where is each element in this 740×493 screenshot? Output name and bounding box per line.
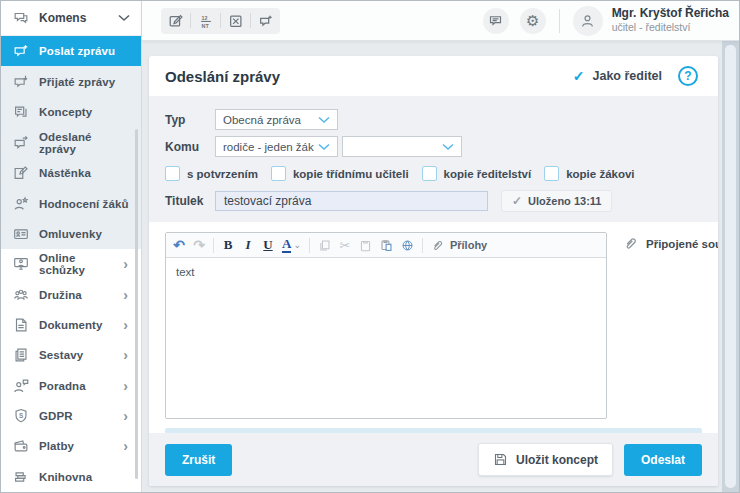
checkbox-box[interactable]: [544, 166, 559, 181]
send-button[interactable]: Odeslat: [624, 444, 702, 476]
sidebar-item-platby[interactable]: Platby ›: [1, 431, 141, 461]
books-icon: [12, 468, 30, 486]
redo-icon[interactable]: ↷: [193, 238, 205, 252]
chevron-right-icon: ›: [123, 348, 131, 362]
sidebar-item-prijate-zpravy[interactable]: Přijaté zprávy: [1, 66, 141, 97]
check-icon: ✓: [512, 194, 522, 208]
sidebar-item-dokumenty[interactable]: Dokumenty ›: [1, 310, 141, 340]
sidebar-item-online-schuzky[interactable]: Online schůzky ›: [1, 249, 141, 279]
italic-button[interactable]: I: [242, 237, 254, 253]
editor-toolbar: ↶ ↷ B I U A ⌄: [166, 233, 606, 258]
message-body-input[interactable]: text: [166, 258, 606, 418]
to-dropdown[interactable]: rodiče - jeden žák: [215, 136, 338, 157]
check-icon: ✓: [573, 68, 585, 84]
sidebar-item-odeslane-zpravy[interactable]: Odeslané zprávy: [1, 127, 141, 158]
absence-icon[interactable]: [221, 8, 250, 34]
title-input[interactable]: [215, 191, 488, 211]
settings-gear-icon[interactable]: ⚙: [520, 8, 546, 34]
sidebar-item-poradna[interactable]: Poradna ›: [1, 371, 141, 401]
page-title: Odeslání zprávy: [165, 68, 280, 85]
note-pencil-icon: [12, 164, 30, 182]
page-scrollbar-thumb[interactable]: [725, 45, 736, 488]
underline-button[interactable]: U: [262, 237, 274, 253]
topbar-divider: [559, 9, 560, 33]
checkbox-box[interactable]: [271, 166, 286, 181]
type-dropdown[interactable]: Obecná zpráva: [215, 109, 338, 130]
sidebar-item-label: Družina: [39, 289, 114, 301]
sidebar-item-knihovna[interactable]: Knihovna: [1, 462, 141, 492]
person-speech-icon: [12, 377, 30, 395]
compose-icon[interactable]: [161, 8, 190, 34]
link-globe-icon[interactable]: [401, 239, 414, 252]
toolbar-separator: [422, 238, 423, 253]
checkbox-box[interactable]: [422, 166, 437, 181]
checkbox-copy-class-teacher[interactable]: kopie třídnímu učiteli: [271, 166, 409, 181]
user-info[interactable]: Mgr. Kryštof Řeřicha učitel - ředitelstv…: [612, 6, 729, 34]
svg-text:NT: NT: [201, 22, 209, 28]
id-card-icon: [12, 225, 30, 243]
to-secondary-dropdown[interactable]: [342, 136, 462, 157]
bold-button[interactable]: B: [222, 237, 234, 253]
save-draft-button[interactable]: Uložit koncept: [478, 443, 613, 476]
user-name: Mgr. Kryštof Řeřicha: [612, 6, 729, 21]
chat-icon[interactable]: [483, 8, 509, 34]
app-window: Komens Poslat zprávu Přijaté zprávy: [0, 0, 740, 493]
attachments-button[interactable]: Přílohy: [431, 239, 487, 252]
paste-icon[interactable]: [359, 239, 372, 252]
svg-text:12: 12: [201, 14, 207, 20]
sidebar-item-gdpr[interactable]: S GDPR ›: [1, 401, 141, 431]
cut-icon[interactable]: ✂: [339, 239, 351, 252]
sidebar-item-hodnoceni-zaku[interactable]: Hodnocení žáků: [1, 188, 141, 219]
title-field-label: Titulek: [165, 194, 215, 208]
sidebar: Komens Poslat zprávu Přijaté zprávy: [1, 1, 142, 492]
chevron-down-icon: [118, 14, 130, 22]
sidebar-item-nastenka[interactable]: Nástěnka: [1, 158, 141, 189]
font-color-button[interactable]: A ⌄: [282, 237, 301, 253]
header-right: ✓ Jako ředitel ?: [573, 66, 698, 86]
to-label: Komu: [165, 140, 215, 154]
undo-icon[interactable]: ↶: [173, 238, 185, 252]
quick-actions-toolbar: 12NT: [161, 8, 280, 34]
floppy-disk-icon: [493, 452, 508, 467]
cancel-button[interactable]: Zrušit: [165, 444, 232, 476]
checkbox-copy-student[interactable]: kopie žákovi: [544, 166, 634, 181]
help-icon[interactable]: ?: [678, 66, 698, 86]
checkbox-confirmation[interactable]: s potvrzením: [165, 166, 258, 181]
sidebar-item-omluvenky[interactable]: Omluvenky: [1, 219, 141, 250]
sidebar-header-komens[interactable]: Komens: [1, 1, 141, 36]
monitor-person-icon: [12, 255, 30, 273]
user-avatar[interactable]: [573, 6, 603, 36]
rich-text-editor: ↶ ↷ B I U A ⌄: [165, 232, 607, 419]
user-role: učitel - ředitelství: [612, 21, 729, 34]
footer-right: Uložit koncept Odeslat: [478, 443, 702, 476]
person-star-icon: [12, 195, 30, 213]
new-message-icon[interactable]: [251, 8, 280, 34]
sidebar-item-label: Přijaté zprávy: [39, 76, 131, 88]
paste-from-word-icon[interactable]: [380, 239, 393, 252]
saved-status-text: Uloženo 13:11: [528, 195, 601, 207]
checkbox-copy-directorate[interactable]: kopie ředitelství: [422, 166, 532, 181]
sidebar-item-label: Omluvenky: [39, 228, 131, 240]
sidebar-item-poslat-zpravu[interactable]: Poslat zprávu: [1, 36, 141, 67]
sidebar-item-koncepty[interactable]: Koncepty: [1, 97, 141, 128]
copy-icon[interactable]: [318, 239, 331, 252]
editor-row: ↶ ↷ B I U A ⌄: [165, 232, 702, 419]
sidebar-scrollbar[interactable]: [135, 129, 138, 479]
checkbox-box[interactable]: [165, 166, 180, 181]
title-row: Titulek ✓ Uloženo 13:11: [165, 190, 702, 212]
sidebar-item-sestavy[interactable]: Sestavy ›: [1, 340, 141, 370]
send-message-card: Odeslání zprávy ✓ Jako ředitel ? Typ Obe…: [149, 56, 718, 486]
font-color-letter: A: [282, 237, 291, 253]
chevron-right-icon: ›: [123, 288, 131, 302]
as-director-toggle[interactable]: Jako ředitel: [593, 69, 662, 83]
chevron-right-icon: ›: [123, 409, 131, 423]
page-scrollbar[interactable]: [722, 41, 739, 492]
sidebar-item-label: Online schůzky: [39, 252, 114, 276]
chevron-right-icon: ›: [123, 318, 131, 332]
checkbox-label: s potvrzením: [187, 168, 258, 180]
chevron-down-icon: [318, 143, 330, 151]
sidebar-item-label: Odeslané zprávy: [39, 131, 131, 155]
sidebar-item-druzina[interactable]: Družina ›: [1, 280, 141, 310]
grades-icon[interactable]: 12NT: [191, 8, 220, 34]
chevron-right-icon: ›: [123, 257, 131, 271]
